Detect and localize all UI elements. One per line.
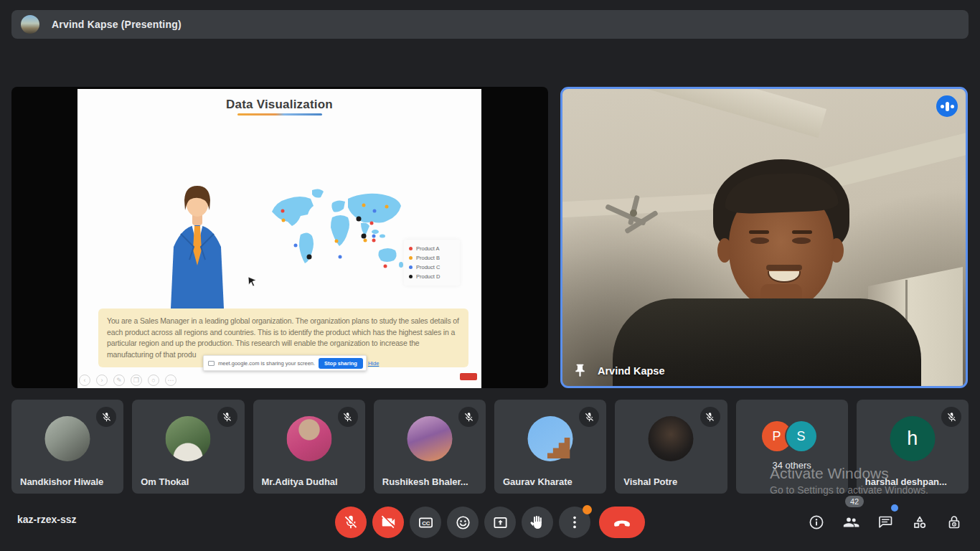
people-button[interactable]: 42	[842, 514, 859, 531]
mic-off-icon	[342, 412, 353, 423]
presenting-banner: Arvind Kapse (Presenting)	[11, 10, 969, 39]
pinned-video-tile[interactable]: Arvind Kapse	[560, 87, 968, 388]
people-icon	[842, 514, 859, 531]
end-call-button[interactable]	[599, 507, 645, 538]
participant-name: Gaurav Kharate	[503, 476, 600, 487]
slide-title-underline	[237, 113, 322, 116]
map-dot	[282, 219, 286, 222]
map-dot	[281, 209, 285, 212]
participant-tile[interactable]: Mr.Aditya Dudhal	[253, 400, 365, 494]
hide-notification-link[interactable]: Hide	[368, 360, 379, 367]
pen-icon[interactable]: ✎	[113, 375, 125, 386]
avatar: h	[890, 416, 935, 461]
slide-player-controls[interactable]: ‹ › ✎ ❐ ○ ⋯	[79, 375, 176, 386]
meeting-code: kaz-rzex-ssz	[17, 514, 77, 525]
ceiling-fan-hub	[630, 209, 637, 217]
present-screen-icon	[492, 514, 509, 531]
monitor-icon	[208, 361, 215, 366]
participant-tile[interactable]: Gaurav Kharate	[494, 400, 606, 494]
screen-share-tile[interactable]: Data Visualization	[11, 87, 548, 388]
stop-sharing-button[interactable]: Stop sharing	[319, 358, 363, 369]
activities-icon	[911, 514, 928, 531]
map-dot	[357, 217, 362, 222]
muted-mic-badge	[700, 407, 720, 427]
prev-slide-icon[interactable]: ‹	[79, 375, 90, 386]
world-map-continents	[266, 184, 410, 281]
map-dot	[306, 255, 311, 260]
legend-row: Product A	[409, 244, 455, 253]
others-tile[interactable]: P S 34 others	[736, 400, 848, 494]
info-button[interactable]	[808, 514, 825, 531]
muted-mic-badge	[217, 407, 237, 427]
participant-name: Nandkishor Hiwale	[20, 476, 118, 487]
avatar	[286, 416, 331, 461]
camera-button[interactable]	[372, 507, 404, 538]
zoom-icon[interactable]: ○	[148, 375, 159, 386]
video-nameplate: Arvind Kapse	[573, 363, 664, 378]
chat-notification-dot	[891, 504, 898, 512]
more-options-icon	[567, 514, 583, 530]
present-screen-button[interactable]	[484, 507, 516, 538]
participant-tile[interactable]: Nandkishor Hiwale	[11, 400, 123, 494]
participant-count-badge: 42	[845, 496, 864, 507]
google-meet-window: Arvind Kapse (Presenting) Data Visualiza…	[0, 0, 980, 551]
presenter-eyebrow	[749, 230, 769, 234]
next-slide-icon[interactable]: ›	[96, 375, 108, 386]
svg-text:CC: CC	[422, 519, 430, 526]
participant-tile[interactable]: Rushikesh Bhaler...	[374, 400, 486, 494]
participant-name: harshal deshpan...	[865, 476, 963, 487]
others-avatars: P S	[762, 421, 822, 451]
info-icon	[808, 514, 825, 531]
reactions-button[interactable]	[447, 507, 479, 538]
muted-mic-badge	[96, 407, 116, 427]
end-call-icon	[613, 513, 631, 532]
more-icon[interactable]: ⋯	[165, 375, 176, 386]
presenter-eyebrow	[792, 230, 812, 234]
mouse-cursor	[248, 277, 257, 287]
legend-dot-product-d	[409, 275, 413, 278]
legend-row: Product C	[409, 263, 455, 272]
legend-row: Product B	[409, 253, 455, 263]
mic-off-icon	[101, 412, 112, 423]
muted-mic-badge	[338, 407, 358, 427]
map-dot	[362, 203, 366, 207]
activities-button[interactable]	[911, 514, 928, 531]
avatar	[45, 416, 90, 461]
participant-tile[interactable]: h harshal deshpan...	[857, 400, 969, 494]
camera-off-icon	[380, 514, 396, 530]
mic-button[interactable]	[335, 507, 367, 538]
participant-tile[interactable]: Om Thokal	[132, 400, 244, 494]
captions-icon: CC	[418, 514, 434, 531]
call-controls: CC	[335, 507, 645, 538]
lock-icon	[946, 514, 963, 531]
copy-icon[interactable]: ❐	[131, 375, 142, 386]
map-dot	[370, 222, 374, 225]
participant-name: Rushikesh Bhaler...	[382, 476, 480, 487]
others-count-label: 34 others	[736, 460, 848, 471]
avatar	[407, 416, 452, 461]
mic-off-icon	[705, 412, 715, 423]
legend-dot-product-b	[409, 256, 413, 260]
raise-hand-button[interactable]	[522, 507, 553, 538]
host-controls-button[interactable]	[946, 514, 963, 531]
participant-name: Vishal Potre	[623, 476, 721, 487]
mic-off-icon	[946, 412, 957, 423]
participant-tile[interactable]: Vishal Potre	[615, 400, 727, 494]
chat-button[interactable]	[877, 514, 894, 531]
ceiling-beam	[560, 87, 826, 138]
presentation-slide: Data Visualization	[77, 89, 481, 388]
muted-mic-badge	[579, 407, 599, 427]
map-dot	[338, 255, 341, 259]
avatar	[166, 416, 211, 461]
participant-name: Om Thokal	[141, 476, 238, 487]
more-options-button[interactable]	[559, 507, 590, 538]
muted-mic-badge	[941, 407, 961, 427]
presenter-eye	[750, 237, 769, 244]
map-dot	[293, 243, 297, 247]
chat-icon	[877, 514, 894, 531]
muted-mic-badge	[458, 407, 479, 427]
map-legend: Product A Product B Product C Product D	[404, 240, 460, 286]
world-map	[266, 184, 410, 282]
captions-button[interactable]: CC	[410, 507, 441, 538]
mic-off-icon	[343, 514, 359, 530]
